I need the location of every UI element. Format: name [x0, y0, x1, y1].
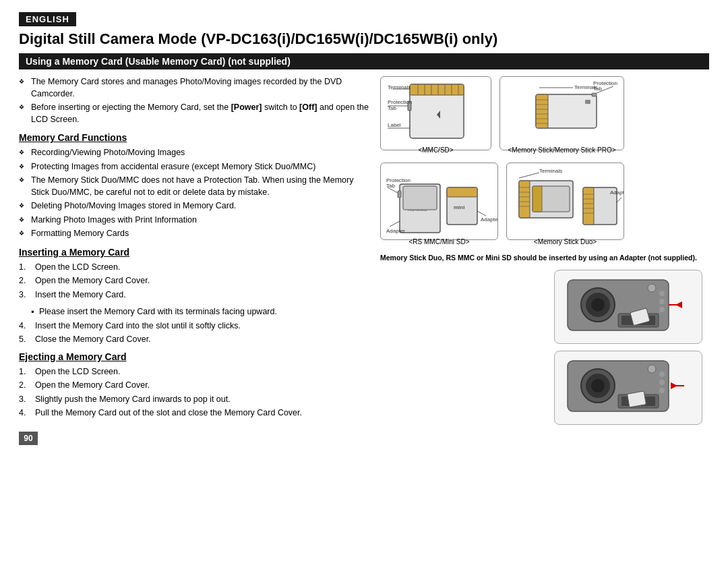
insert-sub-bullet: Please insert the Memory Card with its t… [19, 306, 369, 318]
card-diagrams-top: Terminals Protection Tab Label <MMC/SD> [380, 76, 709, 150]
insert-step-4: 4.Insert the Memory Card into the slot u… [19, 320, 369, 332]
memory-stick-duo-svg: Terminals Adapter [512, 167, 624, 238]
memory-stick-duo-card: Terminals Adapter <Memory Stick Duo> [506, 163, 624, 240]
memory-stick-diagram: Terminals Protection Tab <Memory Stick/M… [499, 76, 624, 150]
svg-point-70 [591, 298, 605, 312]
language-badge: ENGLISH [19, 12, 76, 26]
svg-text:Tab: Tab [386, 183, 395, 189]
svg-text:Adapter: Adapter [610, 189, 624, 196]
page-number: 90 [19, 432, 38, 445]
intro-bullet-1: The Memory Card stores and manages Photo… [19, 76, 369, 100]
main-title: Digital Still Camera Mode (VP-DC163(i)/D… [19, 30, 709, 48]
rs-mmc-diagram: RS-MMC mini Protection [380, 163, 498, 240]
card-diagrams-bottom: RS-MMC mini Protection [380, 163, 709, 240]
svg-rect-27 [585, 100, 590, 104]
svg-text:mini: mini [454, 204, 464, 210]
intro-bullet-list: The Memory Card stores and manages Photo… [19, 76, 369, 125]
svg-point-85 [659, 372, 665, 377]
svg-rect-48 [519, 181, 530, 218]
svg-text:Protection: Protection [388, 99, 412, 105]
inserting-steps-cont: 4.Insert the Memory Card into the slot u… [19, 320, 369, 346]
svg-line-43 [390, 221, 400, 227]
memory-stick-svg: Terminals Protection Tab [506, 81, 624, 145]
svg-rect-39 [447, 187, 477, 197]
svg-point-87 [659, 388, 665, 393]
insert-step-2: 2.Open the Memory Card Cover. [19, 275, 369, 287]
svg-text:Label: Label [388, 122, 401, 128]
functions-bullet-list: Recording/Viewing Photo/Moving Images Pr… [19, 147, 369, 240]
function-bullet-4: Deleting Photo/Moving Images stored in M… [19, 200, 369, 212]
memory-stick-card: Terminals Protection Tab <Memory Stick/M… [499, 76, 624, 150]
svg-point-72 [659, 291, 665, 296]
page: ENGLISH Digital Still Camera Mode (VP-DC… [0, 0, 728, 457]
mmc-sd-label: <MMC/SD> [386, 146, 485, 154]
svg-point-84 [648, 365, 656, 373]
svg-line-65 [617, 198, 621, 202]
svg-rect-55 [533, 186, 542, 212]
power-bold: [Power] [231, 103, 262, 112]
svg-text:Tab: Tab [593, 86, 602, 92]
inserting-title: Inserting a Memory Card [19, 247, 369, 258]
svg-line-45 [477, 211, 486, 216]
rs-mmc-card: RS-MMC mini Protection [380, 163, 498, 240]
svg-rect-26 [592, 93, 597, 96]
function-bullet-2: Protecting Images from accidental erasur… [19, 161, 369, 173]
svg-point-74 [659, 307, 665, 312]
memory-card-functions-title: Memory Card Functions [19, 132, 369, 143]
svg-rect-35 [403, 186, 437, 210]
memory-stick-duo-label: <Memory Stick Duo> [512, 238, 618, 245]
function-bullet-3: The Memory Stick Duo/MMC does not have a… [19, 175, 369, 198]
svg-text:Terminals: Terminals [388, 84, 411, 90]
inserting-steps: 1.Open the LCD Screen. 2.Open the Memory… [19, 262, 369, 301]
rs-mmc-svg: RS-MMC mini Protection [386, 167, 497, 238]
svg-text:Terminals: Terminals [539, 168, 562, 174]
function-bullet-1: Recording/Viewing Photo/Moving Images [19, 147, 369, 159]
svg-rect-90 [627, 391, 646, 407]
camera-insert-illustration [554, 270, 702, 344]
eject-step-3: 3.Slightly push the Memory Card inwards … [19, 394, 369, 406]
svg-point-71 [648, 284, 656, 292]
svg-point-86 [659, 380, 665, 385]
left-column: The Memory Card stores and manages Photo… [19, 76, 369, 445]
adapter-note: Memory Stick Duo, RS MMC or Mini SD shou… [380, 254, 709, 263]
mmc-sd-diagram: Terminals Protection Tab Label <MMC/SD> [380, 76, 491, 150]
mmc-sd-svg: Terminals Protection Tab Label [386, 81, 487, 145]
memory-stick-duo-diagram: Terminals Adapter <Memory Stick Duo> [506, 163, 624, 240]
eject-step-1: 1.Open the LCD Screen. [19, 366, 369, 378]
svg-point-83 [591, 379, 605, 392]
function-bullet-6: Formatting Memory Cards [19, 228, 369, 240]
section-header: Using a Memory Card (Usable Memory Card)… [19, 53, 709, 69]
eject-step-2: 2.Open the Memory Card Cover. [19, 380, 369, 392]
camera-eject-svg [557, 354, 699, 421]
intro-bullet-2: Before inserting or ejecting the Memory … [19, 102, 369, 125]
svg-text:Tab: Tab [388, 105, 396, 111]
insert-step-5: 5.Close the Memory Card Cover. [19, 334, 369, 346]
svg-point-73 [659, 299, 665, 304]
eject-step-4: 4.Pull the Memory Card out of the slot a… [19, 407, 369, 419]
svg-text:Adapter: Adapter [481, 216, 497, 223]
svg-rect-36 [398, 191, 401, 198]
svg-rect-19 [536, 94, 548, 128]
svg-text:Adapter: Adapter [386, 228, 405, 234]
content-layout: The Memory Card stores and manages Photo… [19, 76, 709, 445]
mmc-sd-card: Terminals Protection Tab Label <MMC/SD> [380, 76, 491, 150]
ejecting-steps: 1.Open the LCD Screen. 2.Open the Memory… [19, 366, 369, 419]
memory-stick-label: <Memory Stick/Memory Stick PRO> [506, 146, 618, 154]
off-bold: [Off] [299, 103, 317, 112]
right-column: Terminals Protection Tab Label <MMC/SD> [380, 76, 709, 445]
function-bullet-5: Marking Photo Images with Print Informat… [19, 214, 369, 227]
insert-step-3: 3.Insert the Memory Card. [19, 289, 369, 301]
camera-insert-svg [557, 273, 699, 341]
svg-rect-57 [583, 187, 594, 225]
rs-mmc-label: <RS MMC/Mini SD> [386, 238, 492, 245]
camera-eject-illustration [554, 351, 702, 425]
svg-line-63 [519, 173, 539, 178]
insert-step-1: 1.Open the LCD Screen. [19, 262, 369, 274]
ejecting-title: Ejecting a Memory Card [19, 351, 369, 362]
